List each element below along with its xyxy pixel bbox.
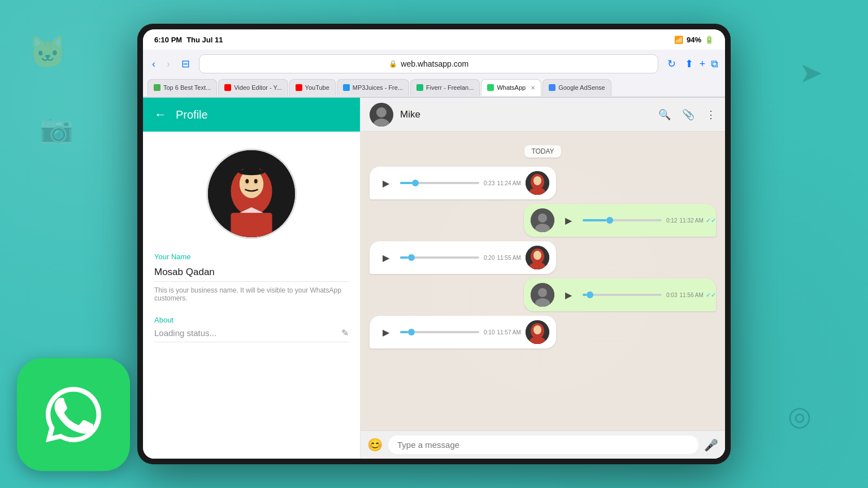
whatsapp-logo-svg (34, 375, 113, 454)
play-button-1[interactable]: ▶ (376, 173, 396, 193)
status-bar-right: 📶 94% 🔋 (674, 36, 714, 44)
waveform-progress-3 (400, 256, 408, 259)
tab-fiverr[interactable]: Fiverr - Freelan... (410, 79, 480, 96)
bg-arrow-icon: ➤ (799, 56, 823, 89)
tab-text-editor[interactable]: Top 6 Best Text... (147, 79, 217, 96)
time-display: 6:10 PM (154, 36, 182, 44)
waveform-bar-5 (400, 331, 479, 333)
share-button[interactable]: ⬆ (685, 58, 693, 70)
date-divider: TODAY (370, 145, 716, 158)
about-value: Loading status... (154, 328, 216, 338)
voice-avatar-img-4 (531, 283, 554, 307)
wifi-icon: 📶 (674, 36, 683, 44)
profile-avatar[interactable] (206, 149, 297, 239)
chat-contact-name: Mike (400, 109, 652, 120)
chat-more-button[interactable]: ⋮ (706, 108, 716, 121)
play-button-5[interactable]: ▶ (376, 323, 396, 342)
waveform-4 (583, 294, 662, 296)
tab-label-google-adsense: Google AdSense (558, 84, 605, 91)
chat-header-actions: 🔍 📎 ⋮ (658, 108, 716, 121)
status-bar: 6:10 PM Thu Jul 11 📶 94% 🔋 (143, 29, 725, 50)
svg-point-12 (376, 107, 387, 117)
waveform-dot-2 (606, 217, 613, 224)
play-button-4[interactable]: ▶ (559, 285, 578, 304)
add-tab-button[interactable]: + (699, 58, 705, 70)
whatsapp-logo (17, 358, 130, 471)
waveform-dot-1 (412, 180, 419, 186)
waveform-progress-5 (400, 331, 408, 333)
battery-icon: 🔋 (705, 36, 714, 44)
voice-avatar-img-1 (526, 171, 549, 195)
tab-favicon-text-editor (154, 84, 160, 91)
tab-label-fiverr: Fiverr - Freelan... (426, 84, 474, 91)
tab-mp3juices[interactable]: MP3Juices - Fre... (337, 79, 409, 96)
waveform-dot-5 (408, 329, 415, 336)
message-input[interactable] (388, 435, 698, 454)
waveform-3 (400, 256, 479, 259)
address-bar[interactable]: 🔒 web.whatsapp.com (199, 54, 658, 73)
profile-back-button[interactable]: ← (154, 107, 167, 122)
profile-sidebar: ← Profile (143, 98, 361, 459)
back-button[interactable]: ‹ (150, 57, 158, 71)
ipad-frame: 6:10 PM Thu Jul 11 📶 94% 🔋 ‹ › ⊟ 🔒 web.w… (137, 24, 731, 464)
msg-meta-2: 0:12 11:32 AM ✓✓ (666, 217, 716, 224)
waveform-1 (400, 182, 479, 184)
edit-about-icon[interactable]: ✎ (341, 328, 349, 338)
msg-meta-4: 0:03 11:56 AM ✓✓ (666, 291, 716, 299)
voice-bubble-sent-4: ▶ 0:03 11:56 AM ✓✓ (524, 278, 716, 311)
your-name-field: Your Name Mosab Qadan This is your busin… (154, 252, 349, 302)
waveform-bar-2 (583, 219, 662, 221)
message-row-4: ▶ 0:03 11:56 AM ✓✓ (370, 278, 716, 311)
play-button-2[interactable]: ▶ (559, 211, 578, 230)
tab-label-video-editor: Video Editor - Y... (234, 84, 281, 91)
tab-video-editor[interactable]: Video Editor - Y... (218, 79, 288, 96)
tab-favicon-fiverr (416, 84, 423, 91)
refresh-button[interactable]: ↻ (665, 56, 678, 71)
avatar-image (208, 149, 295, 239)
waveform-progress-2 (583, 219, 606, 221)
name-label: Your Name (154, 252, 349, 261)
microphone-button[interactable]: 🎤 (704, 438, 718, 452)
reader-button[interactable]: ⊟ (179, 56, 192, 71)
voice-avatar-received-3 (526, 246, 549, 269)
tab-favicon-whatsapp (487, 84, 494, 91)
time-1: 11:24 AM (497, 180, 520, 186)
tab-whatsapp[interactable]: WhatsApp ✕ (481, 79, 541, 96)
duration-3: 0:20 (484, 255, 494, 261)
svg-point-26 (538, 288, 547, 297)
bg-target-icon: ◎ (788, 400, 811, 432)
voice-avatar-img-2 (531, 208, 554, 232)
name-hint: This is your business name. It will be v… (154, 286, 349, 302)
name-value[interactable]: Mosab Qadan (154, 263, 349, 282)
browser-chrome: ‹ › ⊟ 🔒 web.whatsapp.com ↻ ⬆ + ⧉ Top (143, 50, 725, 98)
svg-point-7 (245, 179, 249, 184)
tab-close-whatsapp[interactable]: ✕ (531, 85, 535, 91)
chat-attach-button[interactable]: 📎 (682, 108, 695, 121)
waveform-dot-4 (587, 291, 593, 298)
emoji-button[interactable]: 😊 (367, 438, 383, 452)
chat-messages: TODAY ▶ (361, 132, 725, 430)
time-2: 11:32 AM (679, 217, 703, 224)
svg-rect-3 (231, 213, 272, 237)
bg-cat-icon: 🐱 (28, 34, 67, 71)
profile-title: Profile (176, 108, 208, 121)
svg-point-23 (533, 251, 541, 260)
tab-label-text-editor: Top 6 Best Text... (163, 84, 211, 91)
ipad-screen: 6:10 PM Thu Jul 11 📶 94% 🔋 ‹ › ⊟ 🔒 web.w… (143, 29, 725, 459)
play-button-3[interactable]: ▶ (376, 248, 396, 267)
about-label: About (154, 316, 349, 324)
chat-input-area: 😊 🎤 (361, 430, 725, 459)
waveform-dot-3 (408, 254, 415, 261)
tabs-button[interactable]: ⧉ (711, 58, 718, 70)
tab-google-adsense[interactable]: Google AdSense (542, 79, 611, 96)
tab-youtube[interactable]: YouTube (289, 79, 336, 96)
chat-search-button[interactable]: 🔍 (658, 108, 671, 121)
message-row-3: ▶ 0:20 11:55 AM (370, 241, 716, 274)
waveform-5 (400, 331, 479, 333)
duration-5: 0:10 (484, 329, 494, 336)
chat-header: Mike 🔍 📎 ⋮ (361, 98, 725, 132)
waveform-progress-1 (400, 182, 412, 184)
duration-4: 0:03 (666, 292, 677, 298)
browser-toolbar: ‹ › ⊟ 🔒 web.whatsapp.com ↻ ⬆ + ⧉ (143, 50, 725, 78)
forward-button[interactable]: › (164, 57, 172, 71)
